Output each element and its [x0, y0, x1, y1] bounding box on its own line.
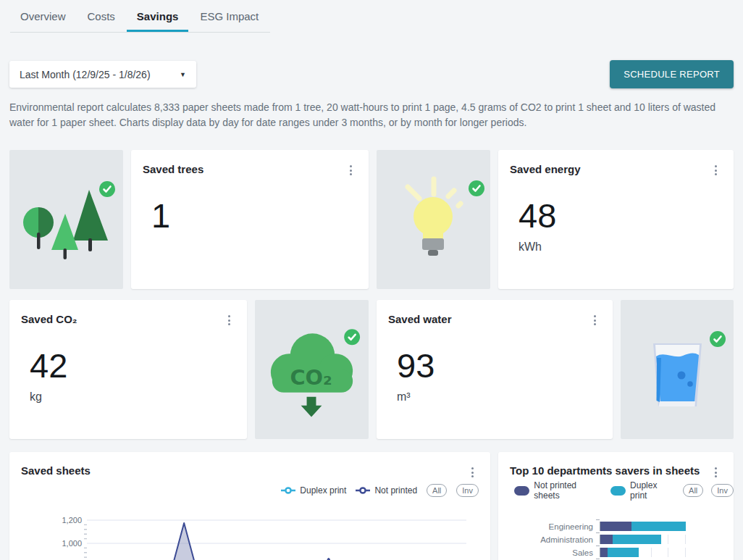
top-departments-chart: EngineeringAdministrationSales — [498, 522, 734, 557]
dept-bar-row: Sales — [498, 548, 734, 557]
check-badge-icon — [469, 180, 484, 196]
saved-co2-card: Saved CO₂ 42 kg — [9, 300, 247, 439]
card-title: Saved trees — [143, 163, 357, 175]
dept-bar-track — [600, 522, 702, 531]
trees-illustration — [9, 150, 123, 289]
legend-item-not-printed[interactable]: Not printed — [356, 485, 417, 496]
schedule-report-button[interactable]: SCHEDULE REPORT — [610, 60, 734, 88]
dept-bar-track — [600, 535, 702, 544]
saved-sheets-chart: 1,200 1,000 — [9, 515, 490, 560]
swatch-icon — [514, 486, 529, 496]
check-badge-icon — [710, 331, 726, 347]
tab-bar: Overview Costs Savings ESG Impact — [10, 0, 270, 33]
metrics-row-1: Saved trees 1 — [9, 150, 734, 289]
legend-label: Duplex print — [300, 485, 346, 496]
co2-cloud-illustration: CO₂ — [255, 300, 369, 439]
swatch-icon — [610, 486, 626, 496]
legend-item-duplex-print[interactable]: Duplex print — [610, 480, 675, 501]
dept-label: Administration — [498, 535, 600, 544]
dept-label: Engineering — [498, 522, 600, 531]
metric-value: 42 — [30, 346, 235, 385]
bar-segment[interactable] — [600, 548, 608, 557]
y-tick-label: 1,000 — [62, 539, 82, 548]
saved-sheets-legend: Duplex print Not printed All Inv — [9, 484, 490, 497]
report-description: Environmental report calculates 8,333 pa… — [9, 100, 726, 130]
tab-esg-impact[interactable]: ESG Impact — [190, 0, 269, 32]
saved-sheets-card: Saved sheets Duplex print Not printed — [9, 452, 490, 560]
esg-dashboard: Overview Costs Savings ESG Impact Last M… — [0, 0, 743, 560]
dept-bar-row: Administration — [498, 535, 734, 544]
inv-button[interactable]: Inv — [711, 484, 734, 497]
energy-illustration-tile — [377, 150, 490, 289]
legend-label: Duplex print — [630, 480, 675, 501]
line-marker-icon — [356, 487, 370, 494]
card-title: Saved water — [388, 313, 601, 325]
tab-costs[interactable]: Costs — [77, 0, 125, 32]
metric-value: 93 — [397, 346, 601, 385]
metric-unit — [151, 241, 357, 254]
dept-label: Sales — [498, 548, 600, 557]
bar-segment[interactable] — [600, 535, 613, 544]
charts-row: Saved sheets Duplex print Not printed — [9, 452, 734, 560]
metric-value: 48 — [519, 196, 722, 235]
metric-unit: kWh — [519, 241, 722, 254]
metrics-row-2: Saved CO₂ 42 kg CO₂ — [9, 300, 734, 439]
kebab-menu-icon[interactable] — [710, 164, 721, 176]
kebab-menu-icon[interactable] — [589, 314, 600, 326]
saved-trees-card: Saved trees 1 — [131, 150, 369, 289]
bar-segment[interactable] — [613, 535, 661, 544]
bar-segment[interactable] — [631, 522, 685, 531]
water-illustration-tile — [621, 300, 734, 439]
bar-segment[interactable] — [600, 522, 631, 531]
dept-bar-row: Engineering — [498, 522, 734, 531]
chevron-down-icon: ▼ — [180, 71, 186, 78]
co2-illustration-tile: CO₂ — [255, 300, 369, 439]
all-button[interactable]: All — [427, 484, 447, 497]
kebab-menu-icon[interactable] — [224, 314, 234, 326]
kebab-menu-icon[interactable] — [710, 467, 721, 478]
all-button[interactable]: All — [683, 484, 703, 497]
lightbulb-illustration — [377, 150, 490, 289]
saved-water-card: Saved water 93 m³ — [377, 300, 613, 439]
date-range-value: Last Month (12/9/25 - 1/8/26) — [20, 69, 151, 80]
top-departments-legend: Not printed sheets Duplex print All Inv — [498, 484, 734, 497]
water-glass-illustration — [621, 300, 734, 439]
legend-label: Not printed sheets — [534, 480, 602, 501]
line-marker-icon — [281, 487, 295, 494]
check-badge-icon — [99, 181, 115, 197]
tab-overview[interactable]: Overview — [10, 0, 76, 32]
y-tick-label: 1,200 — [62, 516, 82, 525]
card-title: Saved energy — [510, 163, 722, 175]
date-range-select[interactable]: Last Month (12/9/25 - 1/8/26) ▼ — [9, 61, 196, 88]
tab-savings[interactable]: Savings — [127, 0, 189, 32]
top-departments-card: Top 10 departments savers in sheets Not … — [498, 452, 734, 560]
co2-label: CO₂ — [290, 365, 332, 390]
kebab-menu-icon[interactable] — [467, 467, 477, 478]
dept-bar-track — [600, 548, 702, 557]
chart-title: Saved sheets — [21, 464, 490, 477]
toolbar: Last Month (12/9/25 - 1/8/26) ▼ SCHEDULE… — [9, 60, 734, 88]
kebab-menu-icon[interactable] — [345, 164, 356, 176]
metric-unit: m³ — [397, 390, 601, 404]
check-badge-icon — [344, 329, 360, 345]
metric-unit: kg — [30, 390, 235, 404]
saved-energy-card: Saved energy 48 kWh — [498, 150, 734, 289]
chart-title: Top 10 departments savers in sheets — [510, 464, 734, 477]
card-title: Saved CO₂ — [21, 313, 235, 325]
legend-label: Not printed — [374, 485, 417, 496]
legend-item-not-printed-sheets[interactable]: Not printed sheets — [514, 480, 603, 501]
metric-value: 1 — [151, 196, 357, 235]
bar-segment[interactable] — [608, 548, 639, 557]
trees-illustration-tile — [9, 150, 123, 289]
legend-item-duplex-print[interactable]: Duplex print — [281, 485, 346, 496]
inv-button[interactable]: Inv — [456, 484, 479, 497]
